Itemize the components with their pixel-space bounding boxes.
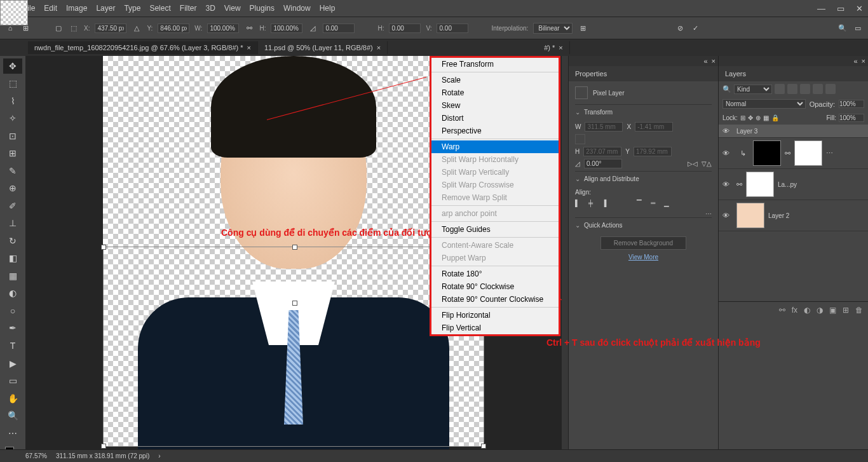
mask-link-icon[interactable]: ⚯ [785,149,790,158]
menu-3d[interactable]: 3D [205,4,215,13]
filter-shape-icon[interactable] [813,84,823,94]
swap-icon[interactable]: △ [132,23,142,33]
history-brush-tool[interactable]: ↻ [3,233,22,248]
zoom-tool[interactable]: 🔍 [3,408,22,423]
layer-item[interactable]: 👁 ⚯ La...py [719,169,868,200]
commit-transform-icon[interactable]: ✓ [690,23,700,33]
cm-perspective[interactable]: Perspective [431,125,559,137]
tab-document-1[interactable]: nwdn_file_temp_1608220954216.jpg @ 67.6%… [28,41,258,54]
tab-document-3[interactable]: #) *× [538,41,570,54]
visibility-icon[interactable]: 👁 [722,127,733,135]
lock-all-icon[interactable]: ⊞ [740,114,745,121]
align-center-h-icon[interactable]: ╪ [588,200,593,207]
adjustment-icon[interactable]: ◑ [817,306,823,315]
cm-skew[interactable]: Skew [431,99,559,112]
opacity-input[interactable] [839,100,864,108]
blur-tool[interactable]: ◐ [3,286,22,301]
lock-artboard-icon[interactable]: ▦ [763,114,769,121]
prop-h[interactable] [583,147,621,156]
mask-thumb[interactable] [746,172,774,197]
pen-tool[interactable]: ✒ [3,321,22,336]
align-right-icon[interactable]: ▐ [602,200,606,207]
tab-close-icon[interactable]: × [559,44,562,51]
fx-icon[interactable]: fx [792,306,797,315]
visibility-icon[interactable]: 👁 [722,212,733,219]
mask-thumb[interactable] [794,140,822,166]
v-input[interactable] [437,24,468,33]
align-left-icon[interactable]: ▌ [575,200,580,207]
align-section[interactable]: Align and Distribute [584,175,639,182]
cm-flip-horizontal[interactable]: Flip Horizontal [431,309,559,322]
layer-name[interactable]: La...py [778,181,797,188]
warp-icon[interactable]: ⊞ [578,23,588,33]
link-icon[interactable]: ⚯ [244,23,254,33]
canvas-area[interactable]: Công cụ dùng để di chuyển các điểm của đ… [25,56,562,462]
quick-select-tool[interactable]: ✧ [3,111,22,126]
brush-tool[interactable]: ✐ [3,198,22,214]
cm-warp[interactable]: Warp [431,140,559,153]
lock-pos-icon[interactable]: ✥ [748,114,753,121]
angle-input[interactable] [323,24,355,33]
cm-rotate-90-cw[interactable]: Rotate 90° Clockwise [431,280,559,293]
layer-item[interactable]: 👁 Layer 2 [719,200,868,231]
marquee-tool[interactable]: ⬚ [3,76,22,92]
maximize-icon[interactable]: ▭ [837,4,844,13]
menu-window[interactable]: Window [283,4,311,13]
layer-name[interactable]: Layer 2 [768,212,789,219]
filter-kind[interactable]: Kind [734,85,772,94]
layer-thumb[interactable] [736,203,764,228]
panel-close-icon[interactable]: × [862,57,865,65]
collapse-icon[interactable]: « [853,57,857,65]
visibility-icon[interactable]: 👁 [722,180,733,188]
layer-item[interactable]: 👁 Layer 3 [719,125,868,138]
cm-toggle-guides[interactable]: Toggle Guides [431,223,559,236]
group-icon[interactable]: ▣ [829,306,836,315]
filter-type-icon[interactable] [800,84,810,94]
hand-tool[interactable]: ✋ [3,391,22,406]
align-top-icon[interactable]: ▔ [637,200,642,207]
menu-type[interactable]: Type [124,4,140,13]
healing-tool[interactable]: ⊕ [3,181,22,196]
path-select-tool[interactable]: ▶ [3,356,22,371]
cm-rotate-180[interactable]: Rotate 180° [431,268,559,280]
cm-distort[interactable]: Distort [431,112,559,125]
layer-thumb[interactable] [0,0,28,25]
visibility-icon[interactable]: 👁 [722,149,733,157]
flip-v-icon[interactable]: ▽△ [702,160,712,167]
remove-background-button[interactable]: Remove Background [600,236,686,250]
view-more-link[interactable]: View More [575,254,712,261]
status-chevron-icon[interactable]: › [158,452,160,459]
y-input[interactable] [158,24,189,33]
delete-icon[interactable]: 🗑 [855,306,863,315]
new-layer-icon[interactable]: ⊞ [843,306,849,315]
tab-close-icon[interactable]: × [377,44,381,51]
lock-pixels-icon[interactable]: ⊕ [756,114,761,121]
zoom-level[interactable]: 67.57% [25,452,47,459]
prop-angle[interactable] [584,159,622,168]
prop-w[interactable] [585,122,623,132]
menu-edit[interactable]: Edit [44,4,57,13]
frame-tool[interactable]: ⊞ [3,146,22,161]
menu-select[interactable]: Select [149,4,170,13]
tab-document-2[interactable]: 11.psd @ 50% (Layer 11, RGB/8#)× [258,41,388,54]
lock-icon[interactable]: 🔒 [771,114,779,121]
cm-flip-vertical[interactable]: Flip Vertical [431,322,559,334]
shape-tool[interactable]: ▭ [3,373,22,388]
prop-x[interactable] [635,122,673,132]
menu-layer[interactable]: Layer [96,4,115,13]
panel-close-icon[interactable]: × [712,57,715,65]
search-icon[interactable]: 🔍 [837,23,848,33]
tab-close-icon[interactable]: × [247,44,251,51]
eyedropper-tool[interactable]: ✎ [3,163,22,179]
prop-y[interactable] [634,147,672,156]
type-tool[interactable]: T [3,338,22,353]
minimize-icon[interactable]: — [817,4,825,13]
mask-link-icon[interactable]: ⚯ [736,180,742,189]
fill-input[interactable] [839,114,864,122]
w-input[interactable] [207,24,239,33]
more-options-icon[interactable]: ⋯ [575,210,712,217]
menu-image[interactable]: Image [66,4,87,13]
filter-pixel-icon[interactable] [775,84,785,94]
x-input[interactable] [95,24,126,33]
cancel-transform-icon[interactable]: ⊘ [675,23,685,33]
